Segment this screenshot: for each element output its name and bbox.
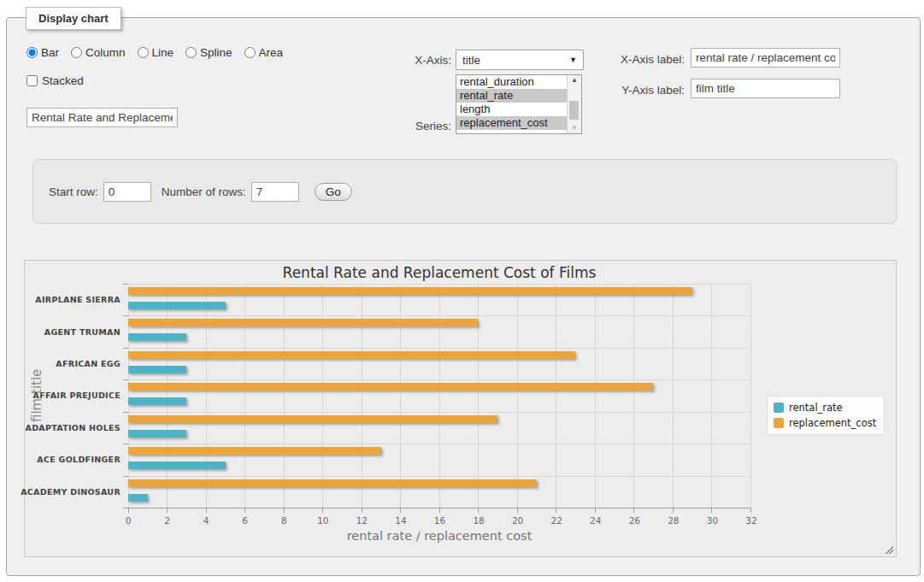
x-tick-label: 24	[590, 515, 601, 526]
legend-swatch-icon	[774, 403, 784, 413]
x-tick-label: 4	[203, 515, 209, 526]
radio-label: Column	[85, 46, 126, 59]
radio-spline-input[interactable]	[185, 47, 197, 58]
x-tick-label: 8	[281, 515, 287, 526]
radio-line-input[interactable]	[138, 47, 149, 58]
num-rows-input[interactable]	[251, 182, 299, 202]
x-tick-label: 10	[317, 515, 328, 526]
radio-label: Spline	[200, 46, 232, 59]
bar-rental_rate[interactable]	[128, 430, 186, 438]
bar-rental_rate[interactable]	[128, 366, 186, 373]
num-rows-label: Number of rows:	[162, 185, 246, 198]
fieldset-legend: Display chart	[26, 7, 121, 30]
radio-bar-input[interactable]	[26, 47, 38, 58]
bar-rental_rate[interactable]	[128, 494, 148, 502]
x-tick-label: 12	[356, 515, 368, 526]
category-label: AIRPLANE SIERRA	[50, 284, 121, 315]
plot-area	[128, 284, 751, 509]
radio-area[interactable]: Area	[244, 46, 284, 59]
x-tick-label: 2	[164, 515, 170, 526]
chart-legend: rental_ratereplacement_cost	[767, 396, 885, 435]
radio-label: Bar	[41, 46, 59, 59]
radio-column[interactable]: Column	[71, 46, 126, 59]
radio-column-input[interactable]	[71, 47, 82, 58]
series-option-length[interactable]: length	[456, 103, 567, 116]
bar-replacement_cost[interactable]	[128, 383, 653, 391]
series-listbox[interactable]: rental_durationrental_ratelengthreplacem…	[456, 74, 582, 134]
legend-item-rental_rate[interactable]: rental_rate	[774, 402, 876, 414]
stacked-label: Stacked	[42, 74, 84, 87]
bar-rental_rate[interactable]	[128, 302, 226, 309]
scroll-down-icon[interactable]: ▼	[568, 125, 581, 132]
category-label: AFFAIR PREJUDICE	[50, 379, 121, 411]
display-chart-fieldset: Display chart BarColumnLineSplineArea St…	[6, 17, 921, 576]
category-label: ADAPTATION HOLES	[50, 412, 121, 444]
series-listbox-label: Series:	[374, 120, 451, 132]
go-button[interactable]: Go	[315, 183, 352, 201]
bar-group	[128, 412, 750, 444]
x-tick-label: 26	[629, 515, 640, 526]
bar-group	[128, 444, 750, 475]
stacked-checkbox-row[interactable]: Stacked	[26, 74, 84, 87]
series-option-replacement_cost[interactable]: replacement_cost	[456, 116, 567, 130]
bar-group	[128, 379, 750, 411]
scroll-up-icon[interactable]: ▲	[568, 77, 581, 84]
bar-group	[128, 476, 750, 508]
bar-rental_rate[interactable]	[128, 397, 186, 405]
radio-spline[interactable]: Spline	[185, 46, 232, 59]
x-tick-label: 20	[512, 515, 523, 526]
radio-line[interactable]: Line	[138, 46, 174, 59]
chart-type-radio-group: BarColumnLineSplineArea	[26, 46, 283, 59]
start-row-label: Start row:	[49, 185, 98, 198]
bar-group	[128, 315, 750, 347]
y-axis-label-input[interactable]	[691, 79, 840, 98]
chart-title-input[interactable]	[26, 108, 178, 127]
legend-swatch-icon	[774, 418, 784, 428]
x-tick-label: 22	[551, 515, 562, 526]
x-axis-select[interactable]: title ▼	[456, 50, 584, 70]
bar-replacement_cost[interactable]	[128, 287, 692, 295]
radio-bar[interactable]: Bar	[26, 46, 59, 59]
x-axis-label-label: X-Axis label:	[605, 53, 685, 66]
x-axis-ticks	[128, 509, 751, 513]
bar-replacement_cost[interactable]	[128, 319, 478, 326]
category-label: AFRICAN EGG	[50, 348, 121, 379]
row-range-panel: Start row: Number of rows: Go	[32, 159, 897, 224]
bar-replacement_cost[interactable]	[128, 415, 497, 423]
stacked-checkbox[interactable]	[26, 75, 38, 86]
resize-grip-icon[interactable]	[884, 544, 893, 554]
scrollbar-thumb[interactable]	[569, 101, 579, 120]
x-axis-labels: 02468101214161820222426283032	[128, 515, 751, 526]
category-label: AGENT TRUMAN	[50, 315, 121, 347]
x-tick-label: 32	[745, 515, 756, 526]
x-tick-label: 30	[707, 515, 718, 526]
x-tick-label: 6	[242, 515, 248, 526]
start-row-input[interactable]	[103, 182, 151, 202]
series-option-rental_rate[interactable]: rental_rate	[456, 89, 567, 103]
x-tick-label: 14	[395, 515, 406, 526]
radio-area-input[interactable]	[244, 47, 256, 58]
x-tick-label: 18	[473, 515, 484, 526]
bar-group	[128, 284, 750, 315]
chart-title: Rental Rate and Replacement Cost of Film…	[128, 264, 750, 281]
bar-rental_rate[interactable]	[128, 333, 186, 341]
bar-replacement_cost[interactable]	[128, 447, 381, 455]
legend-label: replacement_cost	[789, 417, 876, 429]
series-listbox-options: rental_durationrental_ratelengthreplacem…	[456, 75, 567, 133]
chart-container: Rental Rate and Replacement Cost of Film…	[24, 260, 897, 557]
bar-group	[128, 348, 750, 379]
x-tick-label: 28	[668, 515, 679, 526]
bar-replacement_cost[interactable]	[128, 479, 537, 487]
legend-item-replacement_cost[interactable]: replacement_cost	[774, 417, 876, 429]
page: Display chart BarColumnLineSplineArea St…	[0, 0, 924, 582]
bar-rental_rate[interactable]	[128, 461, 226, 469]
y-axis-labels: AIRPLANE SIERRAAGENT TRUMANAFRICAN EGGAF…	[50, 284, 121, 508]
series-option-rental_duration[interactable]: rental_duration	[456, 75, 567, 89]
series-list-scrollbar[interactable]: ▲ ▼	[567, 75, 581, 133]
x-axis-selected-value: title	[462, 54, 480, 67]
chevron-down-icon: ▼	[569, 56, 577, 64]
x-tick-label: 0	[126, 515, 132, 526]
x-axis-label-input[interactable]	[691, 48, 840, 68]
x-axis-select-label: X-Axis:	[374, 54, 451, 67]
bar-replacement_cost[interactable]	[128, 351, 575, 359]
